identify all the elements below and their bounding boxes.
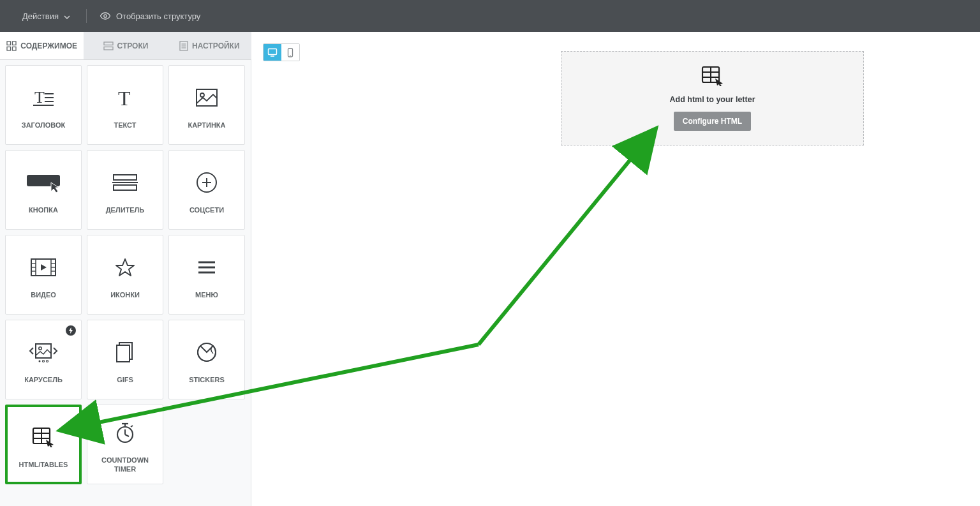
amp-badge-icon [66,325,76,336]
svg-rect-44 [117,345,130,362]
configure-html-button[interactable]: Configure HTML [674,112,751,131]
image-icon [195,80,218,115]
block-image[interactable]: КАРТИНКА [168,65,245,145]
desktop-view-button[interactable] [264,44,281,61]
settings-icon [179,41,188,51]
block-video[interactable]: ВИДЕО [5,235,82,315]
block-divider-label: ДЕЛИТЕЛЬ [103,205,147,214]
svg-point-0 [104,15,107,17]
svg-line-54 [125,435,129,436]
block-button-label: КНОПКА [26,205,61,214]
block-gifs[interactable]: GIFS [87,320,163,399]
svg-point-59 [290,55,291,56]
heading-icon: T [31,80,56,115]
svg-rect-6 [104,47,113,50]
block-heading[interactable]: T ЗАГОЛОВОК [5,65,82,145]
gifs-icon [115,335,135,370]
panel-tabs: СОДЕРЖИМОЕ СТРОКИ НАСТРОЙКИ [0,32,251,60]
block-menu[interactable]: МЕНЮ [168,235,245,315]
block-countdown[interactable]: COUNTDOWN TIMER [87,405,163,484]
block-carousel-label: КАРУСЕЛЬ [22,375,65,384]
actions-label: Действия [22,11,59,21]
mobile-view-button[interactable] [281,44,299,61]
block-html-label: HTML/TABLES [17,460,71,469]
svg-rect-19 [27,175,60,186]
block-button[interactable]: КНОПКА [5,150,82,230]
divider-icon [111,165,139,200]
side-panel: СОДЕРЖИМОЕ СТРОКИ НАСТРОЙКИ T ЗАГОЛОВОК … [0,32,251,506]
svg-text:T: T [118,87,131,108]
social-icon [196,165,218,200]
svg-point-39 [39,347,41,350]
block-divider[interactable]: ДЕЛИТЕЛЬ [87,150,163,230]
block-countdown-label: COUNTDOWN TIMER [87,456,163,474]
tab-settings[interactable]: НАСТРОЙКИ [168,32,251,59]
mobile-icon [287,48,293,57]
svg-point-18 [200,93,204,97]
carousel-icon [28,335,59,370]
block-gifs-label: GIFS [114,375,136,384]
svg-rect-4 [13,47,17,50]
tab-rows-label: СТРОКИ [117,41,149,50]
tab-settings-label: НАСТРОЙКИ [192,41,239,50]
stickers-icon [197,335,217,370]
svg-rect-22 [114,185,137,190]
menu-icon [197,250,216,285]
eye-icon [100,12,111,20]
star-icon [115,250,135,285]
svg-rect-3 [7,47,11,50]
block-video-label: ВИДЕО [28,290,59,299]
svg-rect-5 [104,42,113,45]
block-social[interactable]: СОЦСЕТИ [168,150,245,230]
canvas: Add html to your letter Configure HTML [251,32,980,506]
block-image-label: КАРТИНКА [185,121,228,130]
content-blocks-grid: T ЗАГОЛОВОК T ТЕКСТ КАРТИНКА КНОПКА [0,60,251,489]
dropzone-text: Add html to your letter [669,95,755,104]
svg-point-40 [39,361,41,362]
block-carousel[interactable]: КАРУСЕЛЬ [5,320,82,399]
block-text[interactable]: T ТЕКСТ [87,65,163,145]
html-dropzone-icon [701,66,724,89]
block-social-label: СОЦСЕТИ [187,205,226,214]
svg-point-41 [43,361,45,362]
svg-rect-2 [13,41,17,45]
topbar-divider [86,9,87,23]
svg-text:T: T [34,88,45,107]
tab-content[interactable]: СОДЕРЖИМОЕ [0,32,84,59]
structure-label: Отобразить структуру [116,11,200,21]
block-heading-label: ЗАГОЛОВОК [19,121,68,130]
chevron-down-icon [64,11,70,21]
desktop-icon [267,48,278,57]
tab-content-label: СОДЕРЖИМОЕ [20,41,77,50]
block-menu-label: МЕНЮ [193,290,221,299]
svg-line-55 [131,426,133,427]
rows-icon [103,41,114,50]
block-html-tables[interactable]: HTML/TABLES [5,405,82,484]
svg-rect-17 [197,89,217,106]
text-icon: T [115,80,135,115]
block-text-label: ТЕКСТ [111,121,138,130]
actions-dropdown[interactable]: Действия [13,11,80,21]
svg-point-42 [47,361,48,362]
video-icon [30,250,57,285]
button-icon [26,165,61,200]
topbar: Действия Отобразить структуру [0,0,980,32]
svg-rect-56 [269,49,277,55]
block-stickers-label: STICKERS [186,375,227,384]
content-icon [6,41,17,51]
tab-rows[interactable]: СТРОКИ [84,32,167,59]
html-icon [32,420,55,455]
block-stickers[interactable]: STICKERS [168,320,245,399]
device-toggle [263,43,300,61]
block-icons-label: ИКОНКИ [108,290,142,299]
countdown-icon [115,415,135,450]
svg-rect-20 [114,175,137,180]
svg-rect-1 [7,41,11,45]
show-structure-toggle[interactable]: Отобразить структуру [93,11,207,21]
html-drop-zone[interactable]: Add html to your letter Configure HTML [561,51,864,145]
block-icons[interactable]: ИКОНКИ [87,235,163,315]
